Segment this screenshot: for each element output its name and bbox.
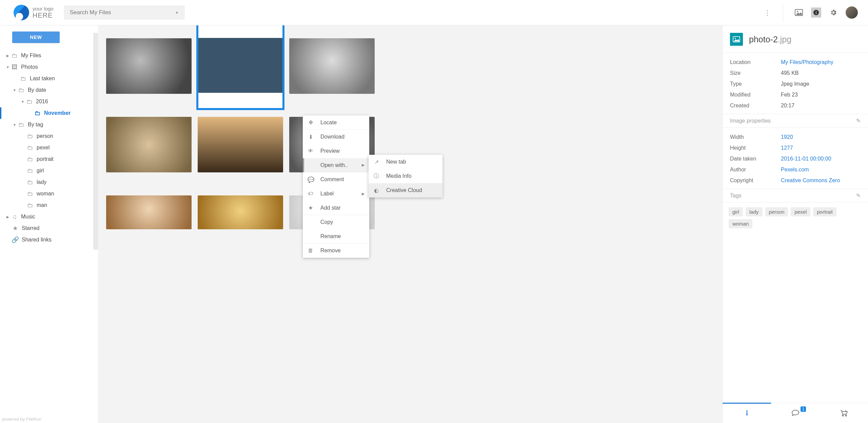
chevron-down-icon: ▼ [175, 11, 179, 15]
powered-by: powered by FileRun [2, 417, 41, 422]
svg-point-1 [797, 11, 798, 12]
photo-thumbnail[interactable] [198, 195, 283, 229]
kv-value: 2016-11-01 00:00:00 [781, 156, 831, 162]
tree-item-portrait[interactable]: 🗀portrait [0, 153, 98, 165]
folder-icon: 🗀 [26, 133, 34, 140]
photo-thumbnail[interactable] [106, 38, 192, 94]
tree-item-november[interactable]: 🗀November [0, 107, 98, 119]
folder-icon: 🗀 [26, 98, 33, 105]
folder-icon: 🗀 [26, 179, 34, 186]
tree-item-pexel[interactable]: 🗀pexel [0, 142, 98, 153]
sidebar: NEW ▶🗀My Files ▼🖼Photos 🗀Last taken ▼🗀By… [0, 25, 98, 423]
kv-value: 20:17 [781, 103, 794, 109]
gear-icon[interactable] [829, 8, 838, 17]
tree-item-man[interactable]: 🗀man [0, 199, 98, 211]
tag-chip[interactable]: girl [729, 207, 743, 216]
tree-item-woman[interactable]: 🗀woman [0, 188, 98, 199]
tag-chip[interactable]: lady [746, 207, 763, 216]
comment-icon: 💬 [308, 176, 314, 183]
folder-icon: 🗀 [26, 156, 34, 163]
ctx-open-with[interactable]: Open with..▶ [303, 158, 369, 172]
user-avatar[interactable] [846, 6, 858, 19]
ctx-remove[interactable]: 🗑Remove [303, 244, 369, 258]
folder-icon: 🗀 [26, 202, 34, 209]
image-icon[interactable] [794, 8, 804, 17]
file-title: photo-2.jpg [749, 35, 791, 44]
tree-item-by-tag[interactable]: ▼🗀By tag [0, 119, 98, 130]
kv-key: Size [730, 70, 781, 76]
app-logo[interactable]: your logo HERE [14, 5, 54, 20]
tree-label: portrait [37, 156, 54, 162]
submenu-new-tab[interactable]: ↗New tab [369, 155, 442, 169]
photo-thumbnail[interactable] [106, 117, 192, 172]
tree-label: pexel [37, 145, 50, 151]
tree-item-person[interactable]: 🗀person [0, 130, 98, 142]
kv-key: Height [730, 145, 781, 151]
edit-icon[interactable]: ✎ [856, 118, 861, 124]
tree-item-music[interactable]: ▶♫Music [0, 211, 98, 223]
tag-chip[interactable]: pexel [791, 207, 810, 216]
tree-label: Starred [22, 225, 39, 231]
tree-label: Last taken [30, 76, 55, 82]
tree-label: girl [37, 168, 44, 174]
kv-key: Type [730, 81, 781, 87]
ctx-add-star[interactable]: ★Add star [303, 201, 369, 215]
ctx-comment[interactable]: 💬Comment [303, 172, 369, 187]
tag-chip[interactable]: portrait [813, 207, 836, 216]
svg-point-8 [746, 410, 748, 411]
photo-thumbnail-selected[interactable] [198, 38, 283, 94]
scrollbar[interactable] [93, 33, 98, 250]
photo-thumbnail[interactable] [289, 38, 375, 94]
svg-point-4 [816, 11, 816, 12]
ctx-download[interactable]: ⬇Download [303, 130, 369, 144]
folder-icon: 🗀 [20, 75, 27, 82]
search-input[interactable]: Search My Files ▼ [64, 5, 185, 20]
folder-open-icon: 🗀 [34, 110, 41, 117]
locate-icon: ✥ [308, 119, 314, 126]
kv-key: Author [730, 167, 781, 173]
ctx-rename[interactable]: Rename [303, 229, 369, 244]
ctx-copy[interactable]: Copy [303, 215, 369, 229]
ctx-locate[interactable]: ✥Locate [303, 115, 369, 130]
submenu-creative-cloud[interactable]: ◐Creative Cloud [369, 183, 442, 197]
tag-chip[interactable]: person [765, 207, 788, 216]
chevron-right-icon: ▶ [362, 192, 364, 196]
tree-item-girl[interactable]: 🗀girl [0, 165, 98, 176]
kv-value: Creative Commons Zero [781, 177, 840, 184]
tree-item-starred[interactable]: ★Starred [0, 223, 98, 234]
music-icon: ♫ [11, 213, 18, 220]
tab-info[interactable] [723, 403, 771, 423]
tree-label: Music [21, 214, 35, 220]
photo-thumbnail[interactable] [106, 195, 192, 229]
submenu-media-info[interactable]: ⓘMedia Info [369, 169, 442, 183]
tree-label: man [37, 202, 47, 208]
kv-value: 495 KB [781, 70, 798, 76]
svg-rect-7 [746, 412, 747, 416]
folder-icon: 🗀 [11, 52, 18, 59]
kv-value: Jpeg Image [781, 81, 809, 87]
tree-item-my-files[interactable]: ▶🗀My Files [0, 50, 98, 61]
tree-item-by-date[interactable]: ▼🗀By date [0, 84, 98, 96]
folder-icon: 🗀 [18, 121, 25, 128]
tree-item-2016[interactable]: ▼🗀2016 [0, 96, 98, 107]
more-vert-icon[interactable]: ⋮ [763, 8, 772, 17]
location-link[interactable]: My Files/Photography [781, 59, 833, 65]
photo-thumbnail[interactable] [198, 117, 283, 172]
tag-chip[interactable]: woman [729, 219, 752, 228]
tree-item-shared-links[interactable]: 🔗Shared links [0, 234, 98, 246]
ctx-label[interactable]: 🏷Label▶ [303, 187, 369, 201]
new-button[interactable]: NEW [12, 31, 60, 43]
info-icon[interactable] [811, 7, 821, 18]
tree-item-last-taken[interactable]: 🗀Last taken [0, 73, 98, 84]
folder-icon: 🗀 [18, 87, 25, 94]
tree-item-lady[interactable]: 🗀lady [0, 176, 98, 188]
tree-label: person [37, 133, 53, 139]
tab-cart[interactable] [820, 403, 868, 423]
tab-comments[interactable]: 1 [771, 403, 820, 423]
svg-point-10 [845, 415, 846, 416]
ctx-preview[interactable]: 👁Preview [303, 144, 369, 158]
edit-icon[interactable]: ✎ [856, 192, 861, 199]
kv-key: Location [730, 59, 781, 65]
comments-badge: 1 [801, 406, 806, 412]
tree-item-photos[interactable]: ▼🖼Photos [0, 61, 98, 73]
